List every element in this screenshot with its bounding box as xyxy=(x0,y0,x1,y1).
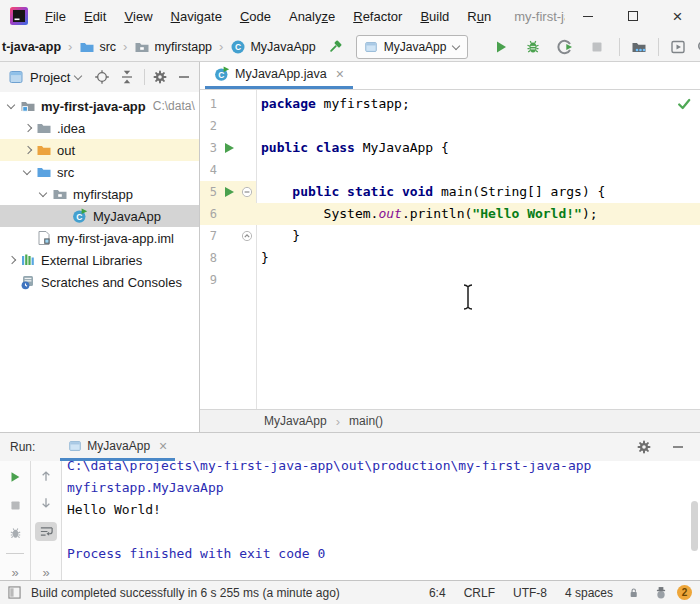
menu-build[interactable]: Build xyxy=(411,0,458,32)
soft-wrap-toggle[interactable] xyxy=(35,522,57,541)
run-method-gutter-icon[interactable] xyxy=(225,187,234,197)
breadcrumb-method[interactable]: main() xyxy=(349,414,383,428)
status-message[interactable]: Build completed successfully in 6 s 255 … xyxy=(31,586,340,600)
chevron-down-icon[interactable] xyxy=(74,73,82,81)
chevron-expanded-icon[interactable] xyxy=(20,164,36,180)
locate-file-button[interactable] xyxy=(94,69,110,85)
indent-indicator[interactable]: 4 spaces xyxy=(565,586,613,600)
menu-run[interactable]: Run xyxy=(458,0,500,32)
chevron-expanded-icon[interactable] xyxy=(36,186,52,202)
tree-row-myfirstapp[interactable]: myfirstapp xyxy=(0,183,199,205)
menu-navigate[interactable]: Navigate xyxy=(162,0,231,32)
menu-edit[interactable]: Edit xyxy=(75,0,115,32)
highlighting-level-button[interactable] xyxy=(653,585,669,601)
hide-panel-button[interactable] xyxy=(176,69,192,85)
collapse-all-button[interactable] xyxy=(119,69,135,85)
console-scrollbar[interactable] xyxy=(691,501,698,551)
breadcrumb-class[interactable]: C MyJavaApp xyxy=(230,39,315,55)
run-tab-myjavaapp[interactable]: MyJavaApp × xyxy=(60,433,175,461)
close-button[interactable]: × xyxy=(655,0,700,32)
breadcrumb-class[interactable]: MyJavaApp xyxy=(264,414,327,428)
run-anything-button[interactable] xyxy=(669,38,687,56)
tree-row-idea[interactable]: .idea xyxy=(0,117,199,139)
run-config-selector[interactable]: MyJavaApp xyxy=(356,35,469,59)
collapse-all-icon xyxy=(119,69,135,85)
chevron-down-icon xyxy=(452,43,460,51)
code-line-1: 1 package myfirstapp; xyxy=(200,93,700,115)
hide-icon xyxy=(176,69,192,85)
chevron-collapsed-icon[interactable] xyxy=(20,120,36,136)
folder-blue-icon xyxy=(79,39,95,55)
menu-refactor[interactable]: Refactor xyxy=(344,0,411,32)
menu-bar: File Edit View Navigate Code Analyze Ref… xyxy=(36,0,500,32)
tree-row-iml[interactable]: my-first-java-app.iml xyxy=(0,227,199,249)
rerun-button[interactable] xyxy=(6,468,24,485)
menu-view[interactable]: View xyxy=(115,0,161,32)
hide-icon xyxy=(670,439,686,455)
run-console[interactable]: C:\data\projects\my-first-java-app\out\p… xyxy=(62,461,700,580)
toolwindow-switcher-icon[interactable] xyxy=(8,586,21,599)
readonly-lock-button[interactable] xyxy=(625,585,641,601)
more-actions-button[interactable]: » xyxy=(11,565,18,580)
breadcrumb-project[interactable]: t-java-app xyxy=(2,40,61,54)
fold-end-icon[interactable] xyxy=(241,230,253,242)
chevron-collapsed-icon[interactable] xyxy=(20,142,36,158)
code-line-3: 3 public class MyJavaApp { xyxy=(200,137,700,159)
fold-collapse-icon[interactable] xyxy=(241,186,253,198)
hector-icon xyxy=(654,586,668,600)
close-icon[interactable]: × xyxy=(336,67,344,81)
breadcrumb-src[interactable]: src xyxy=(79,39,116,55)
restart-debug-button[interactable] xyxy=(6,525,24,542)
stop-button[interactable] xyxy=(588,38,606,56)
maximize-icon xyxy=(628,11,638,21)
code-editor[interactable]: 1 package myfirstapp; 2 3 public class M… xyxy=(200,90,700,409)
close-icon[interactable]: × xyxy=(159,439,167,453)
search-everywhere-button[interactable] xyxy=(695,38,700,56)
chevron-collapsed-icon[interactable] xyxy=(4,252,20,268)
hide-panel-button[interactable] xyxy=(670,439,686,455)
tree-row-src[interactable]: src xyxy=(0,161,199,183)
stop-process-button[interactable] xyxy=(6,496,24,513)
run-tab-title: MyJavaApp xyxy=(87,439,150,453)
bug-restart-icon xyxy=(8,526,23,541)
toolbar-separator xyxy=(619,38,620,56)
up-stacktrace-button[interactable] xyxy=(37,468,55,484)
run-class-gutter-icon[interactable] xyxy=(225,143,234,153)
inspections-ok-icon[interactable] xyxy=(677,97,691,111)
build-hammer-button[interactable] xyxy=(326,38,344,56)
run-button[interactable] xyxy=(492,38,510,56)
caret-position[interactable]: 6:4 xyxy=(429,586,446,600)
menu-analyze[interactable]: Analyze xyxy=(280,0,344,32)
run-settings-button[interactable] xyxy=(636,439,652,455)
panel-header-separator xyxy=(144,69,145,85)
menu-file[interactable]: File xyxy=(36,0,75,32)
down-stacktrace-button[interactable] xyxy=(37,495,55,511)
tree-row-scratches[interactable]: Scratches and Consoles xyxy=(0,271,199,293)
project-panel-title[interactable]: Project xyxy=(30,70,70,85)
panel-settings-button[interactable] xyxy=(152,69,168,85)
minimize-button[interactable] xyxy=(565,0,610,32)
tree-row-myjavaapp[interactable]: C MyJavaApp xyxy=(0,205,199,227)
breadcrumb: t-java-app › src › myfirstapp › C MyJava… xyxy=(2,39,316,55)
breadcrumb-package[interactable]: myfirstapp xyxy=(134,39,212,55)
chevron-expanded-icon[interactable] xyxy=(4,98,20,114)
line-ending-indicator[interactable]: CRLF xyxy=(464,586,495,600)
code-line-5: 5 public static void main(String[] args)… xyxy=(200,181,700,203)
line-number: 6 xyxy=(200,203,217,225)
encoding-indicator[interactable]: UTF-8 xyxy=(513,586,547,600)
editor-tab-myjavaapp[interactable]: C MyJavaApp.java × xyxy=(205,62,353,89)
tree-row-out[interactable]: out xyxy=(0,139,199,161)
run-with-coverage-button[interactable] xyxy=(556,38,574,56)
chevron-right-icon: › xyxy=(219,39,223,54)
stop-icon xyxy=(589,39,605,55)
profiler-button[interactable] xyxy=(630,38,648,56)
tree-row-project-root[interactable]: my-first-java-app C:\data\ xyxy=(0,95,199,117)
tree-row-external-libraries[interactable]: External Libraries xyxy=(0,249,199,271)
debug-button[interactable] xyxy=(524,38,542,56)
more-actions-button[interactable]: » xyxy=(42,565,49,580)
chevron-spacer xyxy=(20,230,36,246)
notifications-badge[interactable]: 2 xyxy=(677,585,692,600)
menu-code[interactable]: Code xyxy=(231,0,280,32)
editor-breadcrumbs: MyJavaApp › main() xyxy=(200,409,700,432)
maximize-button[interactable] xyxy=(610,0,655,32)
